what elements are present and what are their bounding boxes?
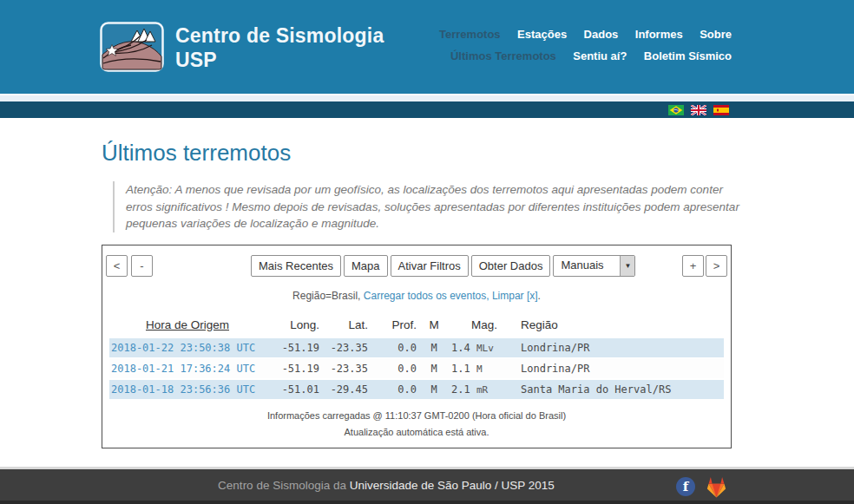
nav-row-primary: Terremotos Estações Dados Informes Sobre (426, 26, 732, 42)
expand-button[interactable]: + (682, 255, 704, 277)
footer-text: Centro de Sismologia da Universidade de … (0, 479, 772, 492)
filter-summary: Região=Brasil, Carregar todos os eventos… (102, 290, 731, 302)
header-lat: Lat. (321, 315, 370, 337)
main-content: Últimos terremotos Atenção: A menos que … (0, 118, 854, 467)
event-prof-cell: 0.0 (370, 380, 418, 399)
toolbar-left-group: < - (106, 255, 153, 277)
load-all-events-link[interactable]: Carregar todos os eventos, (364, 290, 489, 302)
event-time-cell: 2018-01-18 23:56:36 UTC (109, 380, 266, 399)
nav-informes[interactable]: Informes (635, 28, 683, 41)
event-prof-cell: 0.0 (370, 359, 418, 378)
nav-sentiu-ai[interactable]: Sentiu aí? (573, 49, 627, 62)
uk-flag-icon[interactable] (691, 105, 706, 115)
event-region-cell: Londrina/PR (519, 359, 724, 378)
event-time-link[interactable]: 2018-01-18 23:56:36 UTC (111, 383, 255, 396)
header-regiao: Região (519, 315, 724, 337)
earthquake-row: 2018-01-22 23:50:38 UTC -51.19 -23.35 0.… (109, 338, 724, 357)
page: Centro de Sismologia USP Terremotos Esta… (0, 0, 854, 504)
info-autoupdate-text: Atualização automática está ativa. (102, 427, 731, 437)
event-mag-cell: 1.1 M (450, 359, 519, 378)
page-title: Últimos terremotos (102, 140, 854, 167)
mapa-button[interactable]: Mapa (344, 255, 388, 277)
site-title-line2: USP (175, 48, 384, 72)
toolbar-right-group: + > (682, 255, 727, 277)
page-next-button[interactable]: > (706, 255, 727, 277)
header-hora-de-origem[interactable]: Hora de Origem (109, 315, 266, 337)
filter-region-label: Região=Brasil, (292, 290, 360, 302)
site-title: Centro de Sismologia USP (175, 23, 384, 72)
gitlab-icon[interactable] (705, 475, 728, 499)
event-prof-cell: 0.0 (370, 338, 418, 357)
footer-text-muted: Centro de Sismologia da (218, 479, 346, 492)
manuais-select-value: Manuais (554, 256, 620, 276)
filter-suffix: . (538, 290, 541, 302)
ativar-filtros-button[interactable]: Ativar Filtros (391, 255, 469, 277)
nav-dados[interactable]: Dados (584, 28, 619, 41)
nav-boletim-sismico[interactable]: Boletim Sísmico (644, 49, 732, 62)
event-lat-cell: -23.35 (321, 338, 370, 357)
earthquake-row: 2018-01-21 17:36:24 UTC -51.19 -23.35 0.… (109, 359, 724, 378)
header-long: Long. (266, 315, 321, 337)
chevron-down-icon: ▼ (620, 256, 634, 276)
event-mode-cell: M (418, 359, 450, 378)
earthquake-panel: < - Mais Recentes Mapa Ativar Filtros Ob… (102, 245, 732, 448)
header-m: M (418, 315, 450, 337)
header-prof: Prof. (370, 315, 418, 337)
nav-terremotos[interactable]: Terremotos (439, 28, 501, 41)
event-mag-cell: 2.1 mR (450, 380, 519, 399)
earthquake-row: 2018-01-18 23:56:36 UTC -51.01 -29.45 0.… (109, 380, 724, 399)
event-long-cell: -51.19 (266, 359, 321, 378)
event-time-link[interactable]: 2018-01-22 23:50:38 UTC (111, 342, 255, 354)
clear-filter-link[interactable]: Limpar [x] (492, 290, 538, 302)
event-region-cell: Londrina/PR (519, 338, 724, 357)
header-mag: Mag. (450, 315, 519, 337)
event-mode-cell: M (418, 338, 450, 357)
site-title-line1: Centro de Sismologia (175, 23, 384, 48)
language-bar (0, 101, 854, 118)
header-separator (0, 94, 854, 101)
nav-sobre[interactable]: Sobre (700, 28, 732, 41)
event-region-cell: Santa Maria do Herval/RS (519, 380, 724, 399)
mag-unit: M (476, 363, 483, 375)
mag-unit: MLv (476, 343, 494, 354)
event-long-cell: -51.01 (266, 380, 321, 399)
nav-estacoes[interactable]: Estações (517, 28, 567, 41)
event-lat-cell: -23.35 (321, 359, 370, 378)
event-mag-cell: 1.4 MLv (450, 338, 519, 357)
mais-recentes-button[interactable]: Mais Recentes (251, 255, 341, 277)
page-prev-button[interactable]: < (106, 255, 128, 277)
collapse-button[interactable]: - (131, 255, 153, 277)
nav-ultimos-terremotos[interactable]: Últimos Terremotos (450, 49, 556, 62)
nav-row-secondary: Últimos Terremotos Sentiu aí? Boletim Sí… (426, 48, 732, 63)
event-time-link[interactable]: 2018-01-21 17:36:24 UTC (111, 363, 255, 375)
footer-text-bright: Universidade de São Paulo / USP 2015 (350, 479, 555, 492)
event-time-cell: 2018-01-21 17:36:24 UTC (109, 359, 266, 378)
brazil-flag-icon[interactable] (668, 105, 684, 115)
spain-flag-icon[interactable] (713, 105, 729, 115)
facebook-icon[interactable]: f (676, 477, 695, 496)
usp-seismology-logo[interactable] (100, 22, 164, 72)
toolbar: < - Mais Recentes Mapa Ativar Filtros Ob… (106, 255, 727, 277)
table-header-row: Hora de Origem Long. Lat. Prof. M Mag. R… (109, 315, 724, 337)
event-mode-cell: M (418, 380, 450, 399)
main-nav: Terremotos Estações Dados Informes Sobre… (426, 26, 732, 69)
seismology-logo-icon (100, 22, 164, 72)
event-long-cell: -51.19 (266, 338, 321, 357)
header: Centro de Sismologia USP Terremotos Esta… (0, 0, 854, 94)
footer: Centro de Sismologia da Universidade de … (0, 467, 854, 504)
footer-bottom-strip (0, 501, 854, 504)
earthquake-table: Hora de Origem Long. Lat. Prof. M Mag. R… (109, 313, 724, 401)
info-loaded-text: Informações carregadas @ 11:10:37 GMT-02… (102, 410, 731, 421)
warning-note: Atenção: A menos que revisada por um geo… (113, 181, 743, 232)
event-time-cell: 2018-01-22 23:50:38 UTC (109, 338, 266, 357)
toolbar-center-group: Mais Recentes Mapa Ativar Filtros Obter … (251, 255, 635, 277)
event-lat-cell: -29.45 (321, 380, 370, 399)
manuais-select[interactable]: Manuais ▼ (553, 255, 635, 277)
obter-dados-button[interactable]: Obter Dados (471, 255, 551, 277)
mag-unit: mR (476, 384, 488, 396)
